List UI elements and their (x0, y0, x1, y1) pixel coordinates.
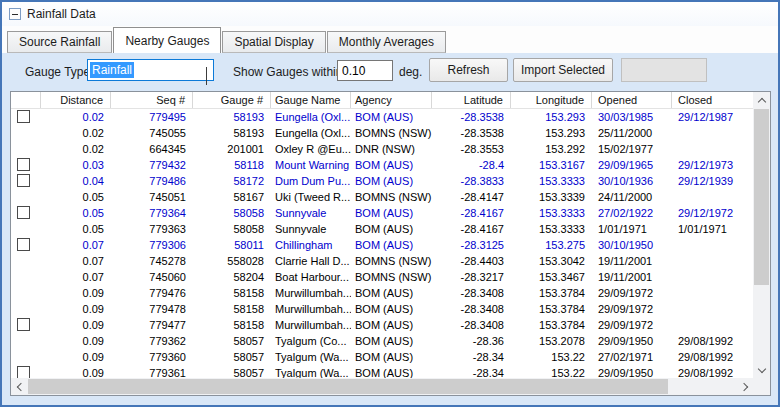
cell-gauge-num: 58058 (193, 221, 271, 237)
row-checkbox[interactable] (17, 238, 30, 251)
row-checkbox[interactable] (17, 206, 30, 219)
cell-opened: 29/09/1972 (592, 301, 672, 317)
cell-seq: 745278 (111, 253, 193, 269)
cell-lat: -28.3408 (432, 301, 511, 317)
cell-distance: 0.09 (41, 317, 111, 333)
horizontal-scrollbar-thumb[interactable] (28, 379, 668, 394)
cell-lat: -28.36 (432, 333, 511, 349)
row-checkbox-cell (11, 157, 41, 173)
cell-lon: 153.22 (511, 365, 592, 378)
scroll-left-icon[interactable] (11, 378, 27, 395)
collapse-icon[interactable] (9, 8, 21, 20)
cell-agency: BOM (AUS) (351, 109, 432, 125)
cell-distance: 0.09 (41, 301, 111, 317)
row-checkbox[interactable] (17, 366, 30, 378)
table-row[interactable]: 0.0777930658011ChillinghamBOM (AUS)-28.3… (11, 237, 753, 253)
tab-content: Gauge Type Rainfall Show Gauges within d… (2, 53, 778, 405)
cell-closed: 29/12/1939 (672, 173, 753, 189)
column-header-latitude[interactable]: Latitude (432, 92, 511, 108)
cell-lon: 153.3167 (511, 157, 592, 173)
tab-spatial-display[interactable]: Spatial Display (222, 31, 325, 53)
cell-lon: 153.293 (511, 109, 592, 125)
table-row[interactable]: 0.0774506058204Boat Harbour...BOMNS (NSW… (11, 269, 753, 285)
import-selected-button[interactable]: Import Selected (513, 58, 613, 82)
cell-lat: -28.3408 (432, 285, 511, 301)
cell-lat: -28.3833 (432, 173, 511, 189)
row-checkbox-cell (11, 141, 41, 157)
cell-lon: 153.275 (511, 237, 592, 253)
row-checkbox[interactable] (17, 158, 30, 171)
cell-opened: 29/09/1972 (592, 317, 672, 333)
table-row[interactable]: 0.0977947858158Murwillumbah...BOM (AUS)-… (11, 301, 753, 317)
table-row[interactable]: 0.0577936458058SunnyvaleBOM (AUS)-28.416… (11, 205, 753, 221)
row-checkbox-cell (11, 365, 41, 378)
cell-distance: 0.04 (41, 173, 111, 189)
vertical-scrollbar[interactable] (753, 92, 770, 378)
table-row[interactable]: 0.0477948658172Dum Dum Pu...BOM (AUS)-28… (11, 173, 753, 189)
tab-strip: Source Rainfall Nearby Gauges Spatial Di… (2, 26, 778, 53)
cell-opened: 27/02/1922 (592, 205, 672, 221)
scroll-down-icon[interactable] (753, 362, 770, 378)
table-row[interactable]: 0.0977947658158Murwillumbah...BOM (AUS)-… (11, 285, 753, 301)
cell-lat: -28.4167 (432, 205, 511, 221)
cell-opened: 29/09/1965 (592, 157, 672, 173)
row-checkbox-cell (11, 189, 41, 205)
table-row[interactable]: 0.0274505558193Eungella (Oxl...BOMNS (NS… (11, 125, 753, 141)
cell-opened: 15/02/1977 (592, 141, 672, 157)
page-title: Rainfall Data (27, 7, 96, 21)
column-header-gauge-name[interactable]: Gauge Name (271, 92, 351, 108)
row-checkbox[interactable] (17, 110, 30, 123)
tab-nearby-gauges[interactable]: Nearby Gauges (113, 27, 221, 53)
scroll-up-icon[interactable] (753, 92, 770, 108)
table-row[interactable]: 0.0977936258057Tyalgum (Co...BOM (AUS)-2… (11, 333, 753, 349)
column-header-checkbox[interactable] (11, 92, 41, 108)
cell-gauge-name: Oxley R @Eu... (271, 141, 351, 157)
cell-agency: BOM (AUS) (351, 221, 432, 237)
table-row[interactable]: 0.0577936358058SunnyvaleBOM (AUS)-28.416… (11, 221, 753, 237)
row-checkbox-cell (11, 109, 41, 125)
row-checkbox-cell (11, 349, 41, 365)
table-row[interactable]: 0.0277949558193Eungella (Oxl...BOM (AUS)… (11, 109, 753, 125)
table-row[interactable]: 0.0977936158057Tyalgum (Wa...BOM (AUS)-2… (11, 365, 753, 378)
column-header-gauge-number[interactable]: Gauge # (193, 92, 271, 108)
rainfall-data-panel: Rainfall Data Source Rainfall Nearby Gau… (0, 0, 780, 407)
column-header-seq[interactable]: Seq # (111, 92, 193, 108)
row-checkbox[interactable] (17, 318, 30, 331)
column-header-opened[interactable]: Opened (592, 92, 672, 108)
column-header-closed[interactable]: Closed (672, 92, 753, 108)
table-row[interactable]: 0.07745278558028Clarrie Hall D...BOMNS (… (11, 253, 753, 269)
column-header-agency[interactable]: Agency (351, 92, 432, 108)
vertical-scrollbar-thumb[interactable] (754, 109, 769, 285)
cell-closed (672, 141, 753, 157)
refresh-button[interactable]: Refresh (429, 58, 508, 82)
table-row[interactable]: 0.0977947758158Murwillumbah...BOM (AUS)-… (11, 317, 753, 333)
cell-lat: -28.3538 (432, 109, 511, 125)
gauge-type-select[interactable]: Rainfall (87, 59, 214, 81)
table-row[interactable]: 0.02664345201001Oxley R @Eu...DNR (NSW)-… (11, 141, 753, 157)
cell-gauge-name: Eungella (Oxl... (271, 109, 351, 125)
column-header-distance[interactable]: Distance (41, 92, 111, 108)
scroll-right-icon[interactable] (737, 378, 753, 395)
cell-gauge-num: 58204 (193, 269, 271, 285)
table-row[interactable]: 0.0574505158167Uki (Tweed R...BOMNS (NSW… (11, 189, 753, 205)
table-row[interactable]: 0.0377943258118Mount WarningBOM (AUS)-28… (11, 157, 753, 173)
tab-source-rainfall[interactable]: Source Rainfall (7, 31, 112, 53)
cell-distance: 0.07 (41, 269, 111, 285)
tab-monthly-averages[interactable]: Monthly Averages (327, 31, 446, 53)
row-checkbox-cell (11, 253, 41, 269)
cell-seq: 745051 (111, 189, 193, 205)
cell-lat: -28.4167 (432, 221, 511, 237)
cell-seq: 779432 (111, 157, 193, 173)
cell-lon: 153.3333 (511, 173, 592, 189)
degree-threshold-input[interactable] (337, 60, 393, 81)
cell-opened: 1/01/1971 (592, 221, 672, 237)
cell-closed (672, 253, 753, 269)
disabled-action-box (621, 58, 707, 82)
cell-gauge-name: Eungella (Oxl... (271, 125, 351, 141)
table-row[interactable]: 0.0977936058057Tyalgum (Wa...BOM (AUS)-2… (11, 349, 753, 365)
horizontal-scrollbar[interactable] (11, 378, 753, 395)
row-checkbox[interactable] (17, 174, 30, 187)
column-header-longitude[interactable]: Longitude (511, 92, 592, 108)
degree-unit-label: deg. (399, 65, 422, 79)
cell-lon: 153.2078 (511, 333, 592, 349)
